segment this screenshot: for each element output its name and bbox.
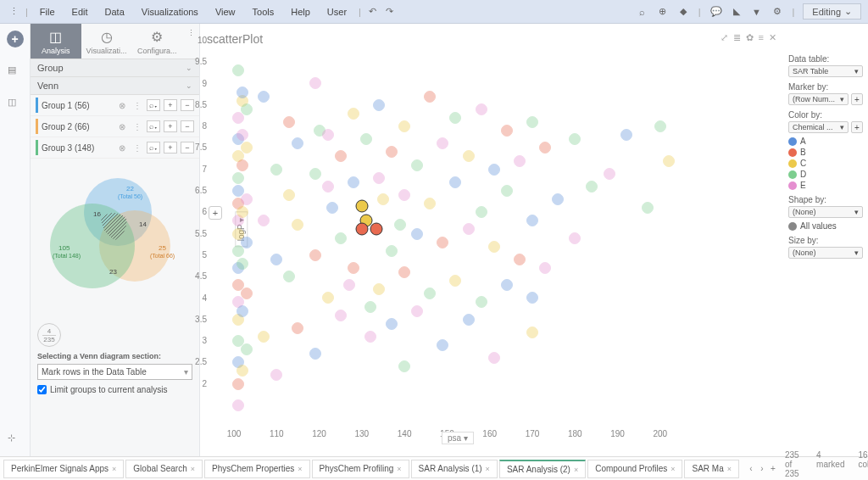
tree-icon[interactable]: ⊹: [8, 433, 23, 448]
scatter-point[interactable]: [258, 215, 270, 226]
document-icon[interactable]: ▤: [8, 64, 23, 80]
gear-icon[interactable]: ✿: [746, 32, 754, 43]
scatter-point[interactable]: [437, 137, 448, 149]
scatter-point-selected[interactable]: [370, 223, 383, 236]
menu-icon[interactable]: ⋮: [131, 99, 143, 111]
scatter-point[interactable]: [488, 241, 500, 253]
remove-icon[interactable]: ⊗: [116, 99, 128, 111]
scatter-point[interactable]: [335, 232, 347, 244]
scatter-point[interactable]: [241, 287, 253, 299]
size-by-select[interactable]: (None)▾: [788, 247, 863, 259]
scatter-point[interactable]: [411, 228, 423, 240]
page-tab[interactable]: Global Search×: [125, 460, 203, 478]
menu-help[interactable]: Help: [284, 5, 317, 19]
scatter-point[interactable]: [476, 206, 487, 218]
scatter-point[interactable]: [335, 150, 347, 162]
tab-nav-next[interactable]: ›: [757, 464, 767, 473]
scatter-point[interactable]: [604, 168, 615, 180]
scatter-point[interactable]: [326, 202, 338, 214]
scatter-point[interactable]: [322, 181, 334, 193]
scatter-point[interactable]: [270, 164, 282, 176]
minus-button[interactable]: −: [181, 120, 194, 132]
legend-item[interactable]: A: [788, 137, 863, 146]
scatter-point[interactable]: [232, 64, 244, 76]
scatter-point[interactable]: [292, 137, 303, 149]
scatter-point[interactable]: [488, 164, 500, 176]
scatter-point[interactable]: [398, 189, 410, 201]
scatter-plot[interactable]: scatterPlot ⤢ ≣ ✿ ≡ ✕ + 109.598.587.576.…: [200, 24, 783, 456]
group-collapse[interactable]: Group⌄: [31, 59, 199, 77]
page-tab[interactable]: PhysChem Properties×: [204, 460, 310, 478]
scatter-point[interactable]: [449, 112, 461, 124]
scatter-point[interactable]: [501, 185, 513, 197]
scatter-point[interactable]: [241, 142, 253, 153]
scatter-point-selected[interactable]: [355, 223, 368, 236]
redo-icon[interactable]: ↷: [383, 5, 397, 19]
page-tab[interactable]: PerkinElmer Signals Apps×: [3, 460, 124, 478]
scatter-point[interactable]: [437, 339, 448, 351]
scatter-point[interactable]: [569, 133, 581, 145]
scatter-point[interactable]: [292, 219, 303, 231]
scatter-point[interactable]: [236, 159, 248, 171]
filter-icon[interactable]: ▼: [750, 5, 764, 19]
scatter-point[interactable]: [236, 129, 248, 141]
remove-icon[interactable]: ⊗: [116, 142, 128, 153]
menu-view[interactable]: View: [209, 5, 242, 19]
menu-tools[interactable]: Tools: [246, 5, 281, 19]
bookmark-icon[interactable]: ◣: [730, 5, 743, 19]
scatter-point-selected[interactable]: [355, 199, 368, 212]
scatter-point[interactable]: [586, 181, 598, 193]
scatter-point[interactable]: [343, 279, 355, 291]
menu-icon[interactable]: ⋮: [131, 120, 143, 132]
close-icon[interactable]: ×: [112, 465, 116, 473]
scatter-point[interactable]: [373, 99, 385, 111]
color-add-button[interactable]: +: [851, 121, 863, 133]
scatter-point[interactable]: [232, 172, 244, 184]
filter-button[interactable]: ⌕▾: [147, 120, 160, 132]
scatter-point[interactable]: [488, 352, 500, 364]
scatter-point[interactable]: [476, 296, 487, 308]
scatter-point[interactable]: [539, 262, 551, 274]
globe-icon[interactable]: ⊕: [656, 5, 670, 19]
filter-button[interactable]: ⌕▾: [147, 99, 160, 111]
x-axis-label[interactable]: psa ▾: [442, 432, 474, 444]
scatter-point[interactable]: [501, 279, 513, 291]
scatter-point[interactable]: [526, 116, 538, 128]
scatter-point[interactable]: [424, 287, 436, 299]
list-icon[interactable]: ≣: [733, 32, 741, 43]
scatter-point[interactable]: [292, 322, 303, 334]
expand-icon[interactable]: ⤢: [721, 32, 728, 43]
more-icon[interactable]: ⋮: [7, 5, 20, 19]
menu-icon[interactable]: ≡: [759, 32, 764, 43]
unassigned-count[interactable]: 4235: [37, 323, 61, 347]
marker-add-button[interactable]: +: [851, 93, 863, 105]
scatter-point[interactable]: [322, 129, 334, 141]
menu-file[interactable]: File: [33, 5, 62, 19]
scatter-point[interactable]: [232, 378, 244, 390]
scatter-point[interactable]: [258, 91, 270, 103]
remove-icon[interactable]: ⊗: [116, 120, 128, 132]
scatter-point[interactable]: [377, 193, 389, 205]
close-icon[interactable]: ×: [486, 465, 490, 473]
scatter-point[interactable]: [411, 159, 423, 171]
scatter-point[interactable]: [526, 327, 538, 338]
legend-item[interactable]: B: [788, 148, 863, 157]
bell-icon[interactable]: ◆: [676, 5, 690, 19]
menu-icon[interactable]: ⋮: [131, 142, 143, 153]
close-icon[interactable]: ✕: [769, 32, 776, 43]
scatter-point[interactable]: [526, 292, 538, 304]
search-icon[interactable]: ⌕: [636, 5, 649, 19]
scatter-point[interactable]: [654, 120, 666, 132]
venn-diagram[interactable]: 22 (Total 56) 25 (Total 66) 105 (Total 1…: [31, 159, 199, 320]
scatter-point[interactable]: [236, 206, 248, 218]
scatter-point[interactable]: [398, 360, 410, 372]
scatter-point[interactable]: [463, 314, 475, 326]
close-icon[interactable]: ×: [574, 466, 578, 474]
scatter-point[interactable]: [258, 331, 270, 343]
scatter-point[interactable]: [348, 176, 359, 188]
scatter-point[interactable]: [526, 215, 538, 226]
menu-visualizations[interactable]: Visualizations: [135, 5, 205, 19]
scatter-point[interactable]: [411, 305, 423, 317]
scatter-point[interactable]: [270, 369, 282, 381]
scatter-point[interactable]: [569, 232, 581, 244]
